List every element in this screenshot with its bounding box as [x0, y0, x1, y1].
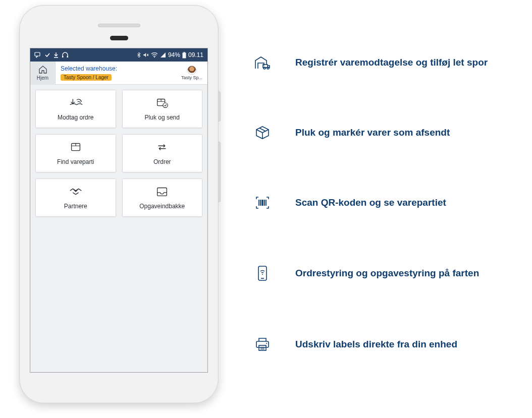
printer-icon	[254, 337, 271, 352]
box-icon	[68, 141, 83, 155]
feature-text: Udskriv labels direkte fra din enhed	[295, 339, 457, 350]
phone-speaker	[98, 24, 140, 27]
user-chip[interactable]: Tasty Sp...	[181, 66, 207, 80]
svg-rect-0	[35, 52, 40, 56]
phone-side-button	[218, 91, 221, 122]
card-label: Pluk og send	[145, 114, 180, 121]
svg-rect-14	[256, 341, 269, 347]
feature-row: Ordrestyring og opgavestyring på farten	[254, 265, 488, 281]
battery-icon	[182, 52, 186, 58]
svg-rect-4	[183, 52, 185, 53]
user-name-short: Tasty Sp...	[181, 75, 202, 80]
card-label: Find vareparti	[57, 158, 94, 165]
card-partners[interactable]: Partnere	[35, 178, 116, 217]
warehouse-pill[interactable]: Tasty Spoon / Lager	[61, 74, 112, 81]
card-label: Partnere	[64, 203, 87, 210]
headphones-icon	[62, 52, 69, 58]
receive-icon	[68, 97, 83, 111]
warehouse-truck-icon	[254, 55, 271, 70]
avatar	[187, 66, 196, 75]
feature-text: Scan QR-koden og se varepartiet	[295, 197, 446, 208]
header-mid: Selected warehouse: Tasty Spoon / Lager	[56, 63, 181, 83]
feature-row: Pluk og markér varer som afsendt	[254, 125, 488, 140]
card-label: Opgaveindbakke	[139, 203, 185, 210]
svg-rect-2	[67, 56, 69, 57]
selected-warehouse-label: Selected warehouse:	[61, 65, 176, 72]
check-icon	[44, 52, 50, 58]
status-left-icons	[34, 52, 69, 58]
transfer-icon	[154, 141, 170, 155]
svg-rect-5	[182, 52, 186, 58]
home-tab[interactable]: Hjem	[30, 62, 56, 85]
card-task-inbox[interactable]: Opgaveindbakke	[122, 178, 203, 217]
signal-icon	[160, 52, 166, 58]
card-orders[interactable]: Ordrer	[122, 134, 203, 172]
card-pick-send[interactable]: Pluk og send	[122, 90, 203, 128]
status-time: 09.11	[188, 51, 203, 58]
home-icon	[38, 66, 47, 75]
card-grid: Modtag ordre Pluk og send Find vareparti	[30, 85, 207, 222]
wifi-icon	[151, 52, 158, 58]
inbox-icon	[154, 186, 170, 200]
package-icon	[254, 125, 271, 140]
svg-rect-15	[259, 345, 266, 350]
phone-frame: 94% 09.11 Hjem Selected warehouse:	[19, 5, 219, 403]
svg-point-3	[154, 57, 155, 58]
status-right-icons: 94% 09.11	[137, 51, 203, 58]
feature-text: Pluk og markér varer som afsendt	[295, 127, 450, 138]
battery-percent: 94%	[168, 51, 180, 58]
handshake-icon	[68, 186, 83, 200]
box-check-icon	[154, 97, 170, 111]
app-screen: 94% 09.11 Hjem Selected warehouse:	[30, 48, 208, 373]
feature-list: Registrér varemodtagelse og tilføj let s…	[254, 55, 488, 352]
app-header: Hjem Selected warehouse: Tasty Spoon / L…	[30, 62, 207, 85]
feature-text: Registrér varemodtagelse og tilføj let s…	[295, 57, 488, 68]
svg-rect-1	[62, 56, 64, 57]
feature-row: Registrér varemodtagelse og tilføj let s…	[254, 55, 488, 70]
phone-home-pill	[110, 36, 128, 40]
phone-side-button	[218, 142, 221, 202]
feature-row: Udskriv labels direkte fra din enhed	[254, 337, 488, 352]
svg-point-13	[262, 274, 263, 275]
card-receive-order[interactable]: Modtag ordre	[35, 90, 116, 128]
card-label: Ordrer	[153, 158, 171, 165]
card-find-lot[interactable]: Find vareparti	[35, 134, 116, 172]
barcode-scan-icon	[254, 196, 271, 210]
download-icon	[54, 52, 59, 58]
home-label: Hjem	[37, 75, 48, 81]
svg-point-11	[267, 67, 269, 69]
status-bar: 94% 09.11	[30, 48, 207, 62]
svg-point-10	[263, 67, 265, 69]
svg-point-7	[163, 103, 168, 107]
bluetooth-icon	[137, 52, 141, 58]
mute-icon	[143, 52, 149, 58]
mobile-device-icon	[254, 265, 271, 281]
feature-row: Scan QR-koden og se varepartiet	[254, 196, 488, 210]
svg-point-16	[266, 343, 267, 344]
card-label: Modtag ordre	[58, 114, 93, 121]
feature-text: Ordrestyring og opgavestyring på farten	[295, 268, 479, 279]
chat-icon	[34, 52, 41, 58]
